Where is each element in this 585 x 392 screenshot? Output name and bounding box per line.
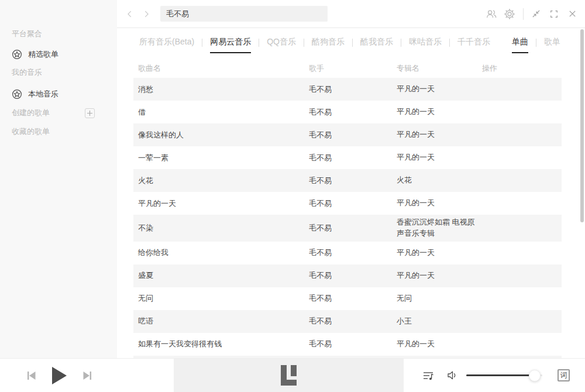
song-artist[interactable]: 毛不易 (309, 107, 397, 118)
sidebar-section-label: 我的音乐 (12, 67, 42, 78)
volume-knob[interactable] (529, 370, 541, 381)
song-artist[interactable]: 毛不易 (309, 293, 397, 304)
table-row[interactable]: 一荤一素 毛不易 平凡的一天 (133, 146, 562, 169)
sidebar-item-featured-playlists[interactable]: 精选歌单 (12, 49, 111, 60)
tab-migu-music[interactable]: 咪咕音乐 (409, 37, 442, 52)
song-artist[interactable]: 毛不易 (309, 198, 397, 209)
connect-icon[interactable] (486, 8, 497, 20)
window-controls (479, 8, 578, 20)
circled-star-icon (12, 89, 22, 99)
song-album[interactable]: 平凡的一天 (397, 150, 482, 166)
song-album[interactable]: 平凡的一天 (397, 81, 482, 97)
song-artist[interactable]: 毛不易 (309, 176, 397, 186)
song-album[interactable]: 平凡的一天 (397, 268, 482, 284)
song-album[interactable]: 平凡的一天 (397, 104, 482, 120)
divider (259, 39, 259, 47)
song-name[interactable]: 消愁 (133, 84, 309, 95)
table-header: 歌曲名 歌手 专辑名 操作 (133, 59, 562, 78)
table-row[interactable]: 无问 毛不易 无问 (133, 287, 562, 310)
search-input[interactable] (160, 6, 328, 22)
song-album[interactable]: 平凡的一天 (397, 195, 482, 211)
transport-controls (0, 359, 174, 392)
tab-netease-music[interactable]: 网易云音乐 (210, 37, 251, 53)
table-row[interactable]: 盛夏 毛不易 平凡的一天 (133, 264, 562, 287)
scrollbar-thumb[interactable] (580, 29, 584, 222)
tab-kugou-music[interactable]: 酷狗音乐 (312, 37, 345, 52)
song-artist[interactable]: 毛不易 (309, 223, 397, 233)
song-album[interactable]: 小王 (397, 314, 482, 329)
divider (401, 39, 401, 47)
main-content: 所有音乐(Beta) 网易云音乐 QQ音乐 酷狗音乐 酷我音乐 咪咕音乐 千千音… (117, 28, 585, 392)
table-row[interactable]: 借 毛不易 平凡的一天 (133, 101, 562, 123)
song-album[interactable]: 平凡的一天 (397, 245, 482, 261)
song-album[interactable]: 香蜜沉沉烬如霜 电视原声音乐专辑 (397, 215, 482, 242)
song-name[interactable]: 如果有一天我变得很有钱 (133, 339, 309, 349)
song-name[interactable]: 呓语 (133, 316, 309, 326)
divider (536, 39, 536, 47)
close-icon[interactable] (566, 8, 578, 20)
top-bar (117, 0, 585, 28)
forward-button[interactable] (142, 9, 151, 19)
song-artist[interactable]: 毛不易 (309, 339, 397, 349)
sidebar-section-label: 平台聚合 (12, 29, 42, 39)
tab-qq-music[interactable]: QQ音乐 (267, 37, 296, 52)
table-row[interactable]: 给你给我 毛不易 平凡的一天 (133, 242, 562, 264)
lyrics-toggle-button[interactable]: 词 (558, 369, 570, 381)
song-name[interactable]: 平凡的一天 (133, 198, 309, 209)
song-name[interactable]: 一荤一素 (133, 153, 309, 163)
circled-star-icon (12, 49, 22, 60)
song-album[interactable]: 火花 (397, 173, 482, 188)
song-name[interactable]: 火花 (133, 176, 309, 186)
song-artist[interactable]: 毛不易 (309, 270, 397, 281)
tab-playlists[interactable]: 歌单 (544, 37, 560, 52)
fullscreen-icon[interactable] (548, 8, 560, 20)
divider (352, 39, 353, 47)
song-artist[interactable]: 毛不易 (309, 84, 397, 95)
song-artist[interactable]: 毛不易 (309, 153, 397, 163)
next-track-button[interactable] (82, 370, 93, 381)
table-row[interactable]: 消愁 毛不易 平凡的一天 (133, 78, 562, 101)
table-row[interactable]: 如果有一天我变得很有钱 毛不易 平凡的一天 (133, 333, 562, 356)
sidebar-section-favorite-playlists[interactable]: 收藏的歌单 (12, 126, 111, 137)
song-name[interactable]: 借 (133, 107, 309, 118)
tab-qianqian-music[interactable]: 千千音乐 (457, 37, 490, 52)
tab-all-music[interactable]: 所有音乐(Beta) (139, 37, 194, 52)
play-button[interactable] (51, 367, 67, 384)
song-table: 消愁 毛不易 平凡的一天 借 毛不易 平凡的一天 像我这样的人 毛不易 平凡的一… (133, 78, 562, 379)
divider (304, 39, 304, 47)
previous-track-button[interactable] (26, 370, 37, 381)
song-artist[interactable]: 毛不易 (309, 247, 397, 258)
play-queue-icon[interactable] (422, 370, 435, 381)
add-playlist-button[interactable] (85, 108, 95, 118)
listen1-logo-icon (281, 365, 297, 386)
song-artist[interactable]: 毛不易 (309, 130, 397, 140)
song-name[interactable]: 盛夏 (133, 270, 309, 281)
song-name[interactable]: 不染 (133, 223, 309, 233)
mini-mode-icon[interactable] (530, 8, 542, 20)
settings-gear-icon[interactable] (504, 8, 515, 20)
song-name[interactable]: 给你给我 (133, 247, 309, 258)
table-row[interactable]: 平凡的一天 毛不易 平凡的一天 (133, 192, 562, 215)
sidebar-item-label: 本地音乐 (28, 89, 58, 99)
table-row[interactable]: 呓语 毛不易 小王 (133, 310, 562, 333)
volume-slider[interactable] (466, 369, 542, 382)
table-row[interactable]: 像我这样的人 毛不易 平凡的一天 (133, 123, 562, 146)
tab-singles[interactable]: 单曲 (512, 37, 528, 53)
song-artist[interactable]: 毛不易 (309, 316, 397, 326)
sidebar: 平台聚合 精选歌单 我的音乐 本地音乐 创建的歌单 收藏的歌单 (0, 0, 117, 358)
sidebar-item-local-music[interactable]: 本地音乐 (12, 88, 111, 100)
song-name[interactable]: 像我这样的人 (133, 130, 309, 140)
volume-icon[interactable] (446, 370, 458, 380)
song-album[interactable]: 平凡的一天 (397, 336, 482, 352)
tab-kuwo-music[interactable]: 酷我音乐 (360, 37, 393, 52)
sidebar-section-label: 创建的歌单 (12, 108, 50, 118)
table-row[interactable]: 火花 毛不易 火花 (133, 169, 562, 192)
back-button[interactable] (125, 9, 135, 19)
player-center-panel[interactable] (174, 359, 404, 392)
song-album[interactable]: 无问 (397, 291, 482, 307)
song-name[interactable]: 无问 (133, 293, 309, 304)
song-album[interactable]: 平凡的一天 (397, 127, 482, 143)
table-row[interactable]: 不染 毛不易 香蜜沉沉烬如霜 电视原声音乐专辑 (133, 215, 562, 242)
sidebar-item-label: 精选歌单 (28, 49, 58, 60)
result-mode-tabs: 单曲 歌单 (512, 37, 560, 53)
